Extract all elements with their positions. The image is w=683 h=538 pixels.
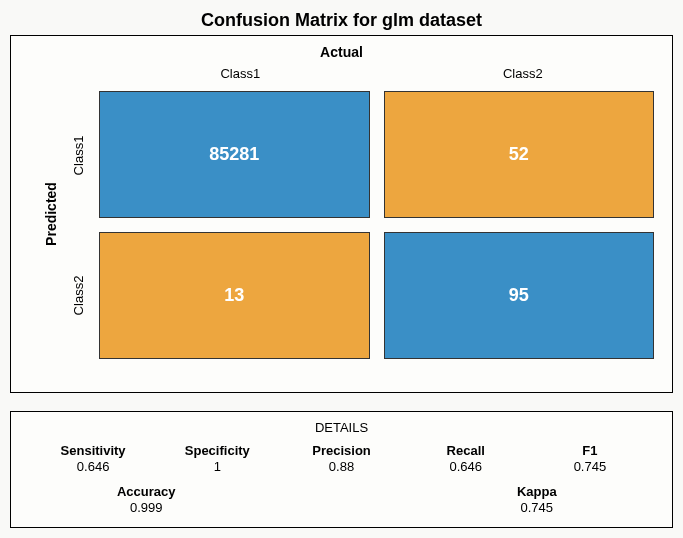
metric-f1: F1 0.745 xyxy=(528,443,652,474)
row-label-class1: Class1 xyxy=(59,85,99,225)
metric-sensitivity: Sensitivity 0.646 xyxy=(31,443,155,474)
metrics-row-1: Sensitivity 0.646 Specificity 1 Precisio… xyxy=(31,443,652,474)
details-panel: DETAILS Sensitivity 0.646 Specificity 1 … xyxy=(10,411,673,528)
metric-label: Kappa xyxy=(422,484,653,499)
metric-value: 0.646 xyxy=(404,459,528,474)
cell-pred1-actual1: 85281 xyxy=(99,91,370,218)
metric-value: 0.999 xyxy=(31,500,262,515)
row-label-class2: Class2 xyxy=(59,225,99,365)
column-headers: Class1 Class2 xyxy=(99,62,664,85)
metric-kappa: Kappa 0.745 xyxy=(422,484,653,515)
metric-label: F1 xyxy=(528,443,652,458)
col-header-class2: Class2 xyxy=(382,62,665,85)
metric-label: Precision xyxy=(279,443,403,458)
cell-pred1-actual2: 52 xyxy=(384,91,655,218)
predicted-axis-label: Predicted xyxy=(43,182,59,246)
metric-recall: Recall 0.646 xyxy=(404,443,528,474)
metric-specificity: Specificity 1 xyxy=(155,443,279,474)
col-header-class1: Class1 xyxy=(99,62,382,85)
metrics-row-2: Accuracy 0.999 Kappa 0.745 xyxy=(31,484,652,515)
metric-label: Specificity xyxy=(155,443,279,458)
metric-precision: Precision 0.88 xyxy=(279,443,403,474)
cell-pred2-actual1: 13 xyxy=(99,232,370,359)
cell-pred2-actual2: 95 xyxy=(384,232,655,359)
metric-value: 1 xyxy=(155,459,279,474)
metric-label: Recall xyxy=(404,443,528,458)
metric-value: 0.88 xyxy=(279,459,403,474)
metric-value: 0.745 xyxy=(528,459,652,474)
metric-value: 0.745 xyxy=(422,500,653,515)
metric-label: Accuracy xyxy=(31,484,262,499)
chart-title: Confusion Matrix for glm dataset xyxy=(10,10,673,31)
metric-label: Sensitivity xyxy=(31,443,155,458)
matrix-cells: 85281 52 13 95 xyxy=(99,85,664,365)
confusion-matrix-panel: Actual Predicted Class1 Class2 Class1 Cl… xyxy=(10,35,673,393)
actual-axis-label: Actual xyxy=(19,44,664,60)
row-labels: Class1 Class2 xyxy=(59,85,99,365)
metric-value: 0.646 xyxy=(31,459,155,474)
details-heading: DETAILS xyxy=(31,420,652,435)
metric-accuracy: Accuracy 0.999 xyxy=(31,484,262,515)
matrix-grid: Class1 Class2 85281 52 13 95 xyxy=(59,85,664,365)
